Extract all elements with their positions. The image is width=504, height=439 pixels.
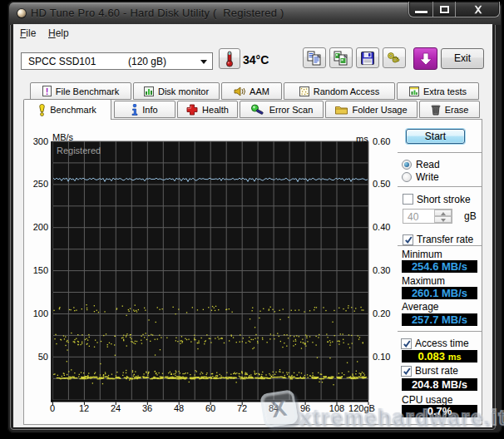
svg-text:!: ! xyxy=(45,86,48,96)
